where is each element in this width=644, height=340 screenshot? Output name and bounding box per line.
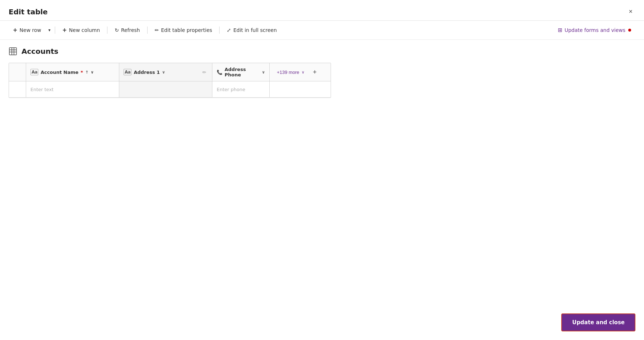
table-title-row: Accounts [9, 47, 635, 56]
dialog-title: Edit table [9, 8, 48, 16]
toolbar-divider-4 [219, 27, 220, 34]
dialog-header: Edit table × [0, 0, 644, 21]
table-title: Accounts [21, 47, 58, 56]
address-phone-column-header[interactable]: 📞 Address Phone ∨ [212, 63, 270, 81]
account-name-type-icon: Aa [30, 69, 38, 75]
address1-header-inner: Aa Address 1 ∨ [124, 69, 165, 75]
chevron-down-icon: ▾ [48, 28, 51, 33]
more-columns-button[interactable]: +139 more ∨ [274, 68, 307, 76]
new-column-button[interactable]: + New column [58, 24, 104, 36]
row-selector-data[interactable] [9, 81, 26, 97]
pencil-icon: ✏ [155, 27, 159, 33]
phone-type-icon: 📞 [217, 70, 222, 75]
sort-chevron-icon: ∨ [91, 70, 94, 75]
address-phone-placeholder: Enter phone [217, 87, 245, 92]
required-star: * [81, 70, 83, 75]
grid-table: Aa Account Name * ↑ ∨ Aa Address 1 ∨ ✏ [9, 63, 331, 98]
account-name-label: Account Name [40, 70, 78, 75]
toolbar-divider-3 [147, 27, 148, 34]
more-columns-area: +139 more ∨ + [270, 63, 324, 81]
toolbar-divider-1 [55, 27, 55, 34]
add-column-button[interactable]: + [310, 67, 320, 77]
toolbar: + New row ▾ + New column ↻ Refresh ✏ Edi… [0, 21, 644, 40]
refresh-button[interactable]: ↻ Refresh [110, 25, 144, 36]
grid-header-row: Aa Account Name * ↑ ∨ Aa Address 1 ∨ ✏ [9, 63, 331, 81]
new-row-button[interactable]: + New row [9, 24, 45, 36]
sort-ascending-icon: ↑ [85, 70, 88, 75]
notification-dot [628, 29, 631, 32]
more-columns-label: +139 more [277, 70, 299, 75]
address1-chevron-icon: ∨ [162, 70, 165, 75]
edit-fullscreen-label: Edit in full screen [233, 27, 277, 33]
new-column-label: New column [69, 27, 100, 33]
toolbar-right: ⊞ Update forms and views [554, 24, 635, 36]
update-forms-label: Update forms and views [564, 27, 625, 33]
edit-fullscreen-button[interactable]: ⤢ Edit in full screen [222, 25, 281, 36]
address1-type-icon: Aa [124, 69, 131, 75]
update-forms-button[interactable]: ⊞ Update forms and views [554, 24, 635, 36]
new-row-label: New row [20, 27, 41, 33]
account-name-cell[interactable]: Enter text [26, 81, 119, 97]
table-icon [9, 47, 17, 56]
update-close-button[interactable]: Update and close [561, 313, 635, 331]
update-forms-icon: ⊞ [558, 27, 563, 33]
footer: Update and close [561, 313, 635, 331]
toolbar-divider-2 [107, 27, 107, 34]
fullscreen-icon: ⤢ [227, 27, 231, 33]
table-section: Accounts Aa Account Name * ↑ ∨ [0, 40, 644, 340]
row-selector-header [9, 63, 26, 81]
address-phone-label: Address Phone [225, 67, 260, 77]
page-container: Edit table × + New row ▾ + New column ↻ … [0, 0, 644, 340]
account-name-placeholder: Enter text [30, 87, 54, 92]
address1-column-header[interactable]: Aa Address 1 ∨ ✏ [119, 63, 212, 81]
table-row: Enter text Enter phone [9, 81, 331, 98]
close-button[interactable]: × [626, 6, 635, 17]
more-columns-chevron-icon: ∨ [302, 70, 304, 75]
address1-edit-icon[interactable]: ✏ [201, 69, 208, 76]
refresh-icon: ↻ [115, 27, 119, 33]
address-phone-cell[interactable]: Enter phone [212, 81, 270, 97]
edit-table-properties-button[interactable]: ✏ Edit table properties [150, 25, 217, 36]
add-column-icon: + [313, 69, 317, 76]
plus-icon-2: + [62, 27, 67, 33]
address1-label: Address 1 [134, 70, 160, 75]
address-phone-chevron-icon: ∨ [262, 70, 265, 75]
svg-rect-0 [9, 48, 16, 55]
plus-icon: + [13, 27, 18, 33]
edit-table-properties-label: Edit table properties [161, 27, 212, 33]
account-name-column-header[interactable]: Aa Account Name * ↑ ∨ [26, 63, 119, 81]
new-row-dropdown-button[interactable]: ▾ [47, 25, 52, 35]
refresh-label: Refresh [121, 27, 140, 33]
address1-cell[interactable] [119, 81, 212, 97]
